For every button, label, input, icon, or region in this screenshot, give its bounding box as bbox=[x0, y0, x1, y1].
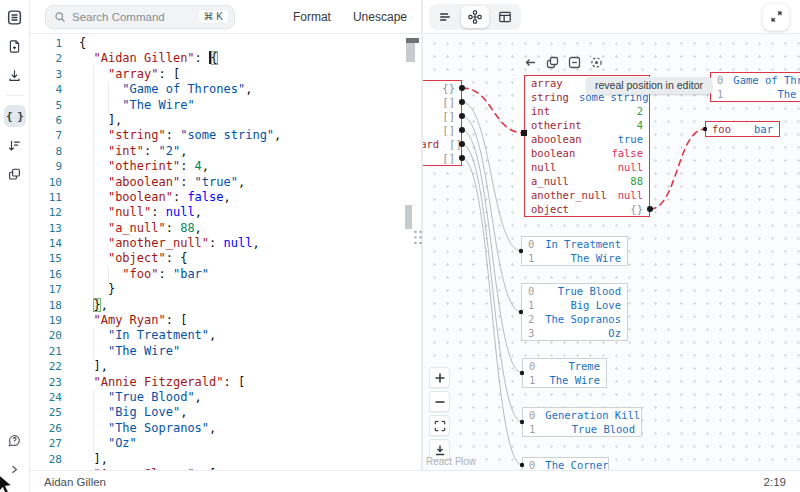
node-row: foobar bbox=[706, 122, 779, 136]
node-row: 0True Blood bbox=[522, 284, 627, 298]
graph-node-aidan[interactable]: array[]stringsome stringint2otherint4abo… bbox=[524, 75, 650, 217]
mouse-cursor bbox=[0, 474, 17, 492]
code-line[interactable]: "object": { bbox=[79, 251, 281, 266]
logo-icon bbox=[6, 9, 23, 26]
copy-node-button[interactable] bbox=[546, 56, 559, 69]
code-line[interactable]: "True Blood", bbox=[79, 390, 281, 405]
graph-canvas[interactable]: Aidan Gillen{}Amy Ryan[]Annie Fitzgerald… bbox=[423, 33, 800, 470]
json-editor[interactable]: 1234567891011121314151617181920212223242… bbox=[30, 33, 421, 473]
code-line[interactable]: "The Sopranos", bbox=[79, 421, 281, 436]
code-line[interactable]: ], bbox=[79, 452, 281, 467]
zoom-in-button[interactable] bbox=[429, 367, 450, 388]
code-line[interactable]: "aboolean": "true", bbox=[79, 175, 281, 190]
code-line[interactable]: "another_null": null, bbox=[79, 236, 281, 251]
line-numbers: 1234567891011121314151617181920212223242… bbox=[30, 36, 66, 473]
line-number: 14 bbox=[30, 236, 62, 251]
json-editor-tab[interactable]: { } bbox=[4, 105, 26, 127]
indent-guide bbox=[93, 113, 94, 128]
help-button[interactable] bbox=[4, 429, 26, 451]
app-window: { } bbox=[0, 0, 800, 492]
code-line[interactable]: "In Treatment", bbox=[79, 328, 281, 343]
code-line[interactable]: "The Wire" bbox=[79, 344, 281, 359]
view-graph-button[interactable] bbox=[461, 6, 489, 28]
reveal-tooltip: reveal position in editor bbox=[586, 77, 712, 94]
code-line[interactable]: } bbox=[79, 282, 281, 297]
graph-node-blood[interactable]: 0True Blood1Big Love2The Sopranos3Oz bbox=[521, 283, 628, 341]
line-number: 19 bbox=[30, 313, 62, 328]
help-icon bbox=[7, 433, 22, 448]
download-json-button[interactable] bbox=[4, 64, 26, 86]
sort-json-button[interactable] bbox=[4, 134, 26, 156]
view-table-button[interactable] bbox=[491, 6, 519, 28]
code-line[interactable]: }, bbox=[79, 298, 281, 313]
view-list-button[interactable] bbox=[431, 6, 459, 28]
compare-json-button[interactable] bbox=[4, 163, 26, 185]
code-line[interactable]: "Aidan Gillen": { bbox=[79, 51, 281, 66]
search-input[interactable]: Search Command ⌘ K bbox=[45, 5, 235, 29]
code-line[interactable]: "foo": "bar" bbox=[79, 267, 281, 282]
format-button[interactable]: Format bbox=[293, 10, 331, 24]
fullscreen-button[interactable] bbox=[762, 3, 790, 31]
indent-guide bbox=[93, 421, 94, 436]
react-flow-attribution[interactable]: React Flow bbox=[426, 456, 476, 467]
graph-node-game[interactable]: 0Game of Thrones1The Wire bbox=[710, 72, 800, 102]
focus-node-button[interactable] bbox=[590, 56, 603, 69]
line-number: 8 bbox=[30, 144, 62, 159]
indent-guide bbox=[93, 282, 94, 297]
unescape-button[interactable]: Unescape bbox=[353, 10, 407, 24]
new-file-button[interactable] bbox=[4, 35, 26, 57]
code-line[interactable]: "The Wire" bbox=[79, 98, 281, 113]
graph-node-genkill[interactable]: 0Generation Kill1True Blood bbox=[522, 407, 642, 437]
zoom-out-button[interactable] bbox=[429, 391, 450, 412]
fit-view-icon bbox=[434, 420, 446, 432]
list-view-icon bbox=[438, 10, 452, 24]
back-button[interactable] bbox=[524, 56, 537, 69]
indent-guide bbox=[108, 82, 109, 97]
code-line[interactable]: "int": "2", bbox=[79, 144, 281, 159]
line-number: 12 bbox=[30, 205, 62, 220]
json-path-breadcrumb: Aidan Gillen bbox=[44, 476, 106, 488]
app-logo-icon[interactable] bbox=[4, 6, 26, 28]
line-number: 25 bbox=[30, 405, 62, 420]
code-line[interactable]: "a_null": 88, bbox=[79, 221, 281, 236]
graph-node-root[interactable]: Aidan Gillen{}Amy Ryan[]Annie Fitzgerald… bbox=[423, 80, 462, 166]
code-line[interactable]: "boolean": false, bbox=[79, 190, 281, 205]
code-line[interactable]: ], bbox=[79, 113, 281, 128]
statusbar: Aidan Gillen 2:19 bbox=[30, 470, 800, 492]
line-number: 16 bbox=[30, 267, 62, 282]
code-line[interactable]: "Amy Ryan": [ bbox=[79, 313, 281, 328]
code-line[interactable]: "array": [ bbox=[79, 67, 281, 82]
code-line[interactable]: "Annie Fitzgerald": [ bbox=[79, 375, 281, 390]
collapse-node-button[interactable] bbox=[568, 56, 581, 69]
graph-node-treme[interactable]: 0Treme1The Wire bbox=[522, 358, 607, 388]
indent-guide bbox=[93, 328, 94, 343]
node-row: int2 bbox=[525, 104, 649, 118]
code-line[interactable]: "null": null, bbox=[79, 205, 281, 220]
line-number: 27 bbox=[30, 436, 62, 451]
editor-scrollbar-mark[interactable] bbox=[405, 205, 412, 229]
panel-resize-handle[interactable] bbox=[412, 228, 422, 245]
node-row: 0Generation Kill bbox=[523, 408, 641, 422]
graph-node-corner[interactable]: 0The Corner bbox=[522, 457, 609, 470]
code-line[interactable]: "otherint": 4, bbox=[79, 159, 281, 174]
node-row: a_null88 bbox=[525, 174, 649, 188]
editor-scrollbar-thumb[interactable] bbox=[406, 43, 415, 62]
node-row: 0The Corner bbox=[523, 458, 608, 470]
code-line[interactable]: "string": "some string", bbox=[79, 128, 281, 143]
code-line[interactable]: ], bbox=[79, 359, 281, 374]
code-line[interactable]: "Game of Thrones", bbox=[79, 82, 281, 97]
sidebar: { } bbox=[0, 0, 30, 492]
node-toolbar bbox=[524, 56, 603, 69]
graph-node-foobar[interactable]: foobar bbox=[705, 121, 780, 137]
code-line[interactable]: { bbox=[79, 36, 281, 51]
zoom-out-icon bbox=[434, 396, 446, 408]
line-number: 20 bbox=[30, 328, 62, 343]
graph-node-treat[interactable]: 0In Treatment1The Wire bbox=[521, 236, 628, 266]
line-number: 28 bbox=[30, 452, 62, 467]
fit-view-button[interactable] bbox=[429, 415, 450, 436]
code-line[interactable]: "Oz" bbox=[79, 436, 281, 451]
indent-guide bbox=[93, 159, 94, 174]
code-lines[interactable]: { "Aidan Gillen": { "array": [ "Game of … bbox=[79, 36, 281, 473]
code-line[interactable]: "Big Love", bbox=[79, 405, 281, 420]
graph-controls bbox=[429, 367, 450, 460]
